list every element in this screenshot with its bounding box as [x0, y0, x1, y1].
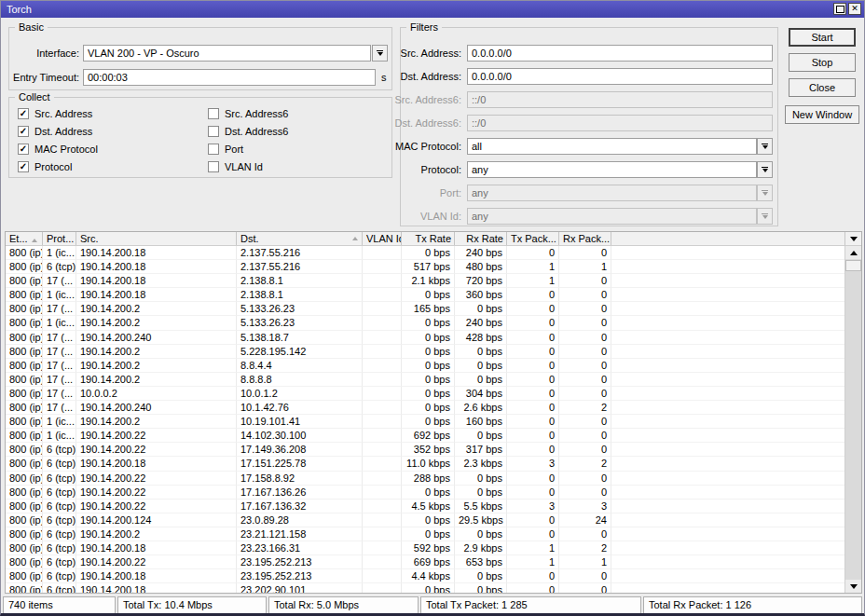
cell-rx-packets: 1: [559, 260, 611, 274]
interface-input[interactable]: [83, 45, 371, 62]
scroll-down-button[interactable]: [845, 580, 861, 593]
table-row[interactable]: 800 (ip)6 (tcp)190.14.200.1817.151.225.7…: [6, 457, 844, 471]
column-select-button[interactable]: [844, 232, 861, 246]
maximize-button[interactable]: [833, 3, 846, 15]
table-row[interactable]: 800 (ip)17 (...190.14.200.25.133.26.2316…: [6, 302, 844, 316]
table-row[interactable]: 800 (ip)6 (tcp)190.14.200.182.137.55.216…: [6, 260, 844, 274]
filter-dropdown-mac-protocol[interactable]: [757, 138, 773, 155]
table-row[interactable]: 800 (ip)17 (...190.14.200.28.8.8.80 bps0…: [6, 373, 844, 387]
column-header-tx-rate[interactable]: Tx Rate: [402, 232, 455, 245]
cell-filler: [611, 260, 844, 274]
checkbox-src-address[interactable]: ✓: [18, 108, 29, 119]
checkbox-dst-address6[interactable]: [208, 126, 219, 137]
table-row[interactable]: 800 (ip)1 (ic...190.14.200.182.138.8.10 …: [6, 288, 844, 302]
checkbox-vlan-id[interactable]: [208, 161, 219, 172]
filter-label-dst-address6: Dst. Address6:: [381, 117, 461, 129]
cell-rx-rate: 360 bps: [455, 288, 507, 302]
cell-ethertype: 800 (ip): [6, 359, 43, 373]
column-header-et[interactable]: Et...: [6, 232, 43, 245]
filter-dropdown-protocol[interactable]: [757, 161, 773, 178]
cell-vlan-id: [363, 486, 402, 500]
chevron-down-icon: [762, 192, 768, 196]
table-row[interactable]: 800 (ip)1 (ic...190.14.200.210.19.101.41…: [6, 415, 844, 429]
cell-src: 10.0.0.2: [76, 387, 237, 401]
filter-label-vlan-id: VLAN Id:: [381, 211, 461, 222]
table-row[interactable]: 800 (ip)6 (tcp)190.14.200.12423.0.89.280…: [6, 513, 844, 527]
cell-protocol: 6 (tcp): [43, 513, 76, 527]
cell-rx-rate: 240 bps: [455, 316, 507, 330]
table-row[interactable]: 800 (ip)6 (tcp)190.14.200.223.21.121.158…: [6, 527, 844, 541]
scroll-up-button[interactable]: [845, 246, 861, 259]
cell-rx-rate: 0 bps: [455, 583, 507, 593]
cell-rx-packets: 2: [559, 401, 611, 415]
checkbox-protocol[interactable]: ✓: [18, 161, 29, 172]
cell-src: 190.14.200.22: [76, 555, 237, 569]
table-row[interactable]: 800 (ip)6 (tcp)190.14.200.2217.149.36.20…: [6, 443, 844, 457]
close-button[interactable]: Close: [789, 78, 856, 97]
cell-src: 190.14.200.240: [76, 401, 237, 415]
table-row[interactable]: 800 (ip)17 (...190.14.200.182.138.8.12.1…: [6, 274, 844, 288]
table-row[interactable]: 800 (ip)6 (tcp)190.14.200.1823.202.90.10…: [6, 583, 844, 593]
cell-filler: [611, 415, 844, 429]
table-row[interactable]: 800 (ip)17 (...190.14.200.28.8.4.40 bps0…: [6, 359, 844, 373]
new-window-button[interactable]: New Window: [785, 105, 859, 124]
column-header-src[interactable]: Src.: [76, 232, 237, 245]
table-row[interactable]: 800 (ip)1 (ic...190.14.200.25.133.26.230…: [6, 316, 844, 330]
filter-label-src-address: Src. Address:: [381, 48, 461, 59]
scrollbar-thumb[interactable]: [845, 260, 861, 271]
cell-protocol: 1 (ic...: [43, 246, 76, 260]
cell-tx-packets: 0: [507, 472, 559, 486]
cell-rx-packets: 1: [559, 555, 611, 569]
close-window-button[interactable]: ✕: [848, 3, 861, 15]
cell-rx-rate: 160 bps: [455, 415, 507, 429]
cell-filler: [611, 345, 844, 359]
column-header-rx-rate[interactable]: Rx Rate: [455, 232, 507, 245]
cell-filler: [611, 457, 844, 471]
cell-vlan-id: [363, 302, 402, 316]
table-row[interactable]: 800 (ip)6 (tcp)190.14.200.2223.195.252.2…: [6, 555, 844, 569]
checkbox-mac-protocol[interactable]: ✓: [18, 144, 29, 155]
checkbox-port[interactable]: [208, 144, 219, 155]
table-row[interactable]: 800 (ip)1 (ic...190.14.200.2214.102.30.1…: [6, 429, 844, 443]
table-row[interactable]: 800 (ip)6 (tcp)190.14.200.2217.158.8.922…: [6, 472, 844, 486]
stop-button[interactable]: Stop: [789, 53, 856, 72]
table-row[interactable]: 800 (ip)6 (tcp)190.14.200.1823.195.252.2…: [6, 569, 844, 583]
column-header-rx-pack[interactable]: Rx Pack...: [559, 232, 611, 245]
table-row[interactable]: 800 (ip)17 (...10.0.0.210.0.1.20 bps304 …: [6, 387, 844, 401]
cell-rx-rate: 317 bps: [455, 443, 507, 457]
cell-filler: [611, 429, 844, 443]
cell-dst: 17.149.36.208: [237, 443, 363, 457]
statusbar: 740 itemsTotal Tx: 10.4 MbpsTotal Rx: 5.…: [3, 596, 862, 614]
vertical-scrollbar[interactable]: [844, 246, 861, 593]
cell-rx-rate: 428 bps: [455, 331, 507, 345]
filter-input-dst-address[interactable]: [467, 68, 773, 85]
column-header-prot[interactable]: Prot...: [43, 232, 76, 245]
collect-groupbox: Collect ✓Src. Address✓Dst. Address✓MAC P…: [8, 97, 392, 178]
cell-rx-rate: 0 bps: [455, 373, 507, 387]
cell-tx-rate: 0 bps: [402, 387, 455, 401]
titlebar[interactable]: Torch ✕: [1, 1, 864, 18]
filter-input-mac-protocol[interactable]: [467, 138, 757, 155]
entry-timeout-input[interactable]: [83, 69, 376, 86]
column-header-vlan-id[interactable]: VLAN Id: [363, 232, 402, 245]
table-row[interactable]: 800 (ip)6 (tcp)190.14.200.1823.23.166.31…: [6, 541, 844, 555]
table-row[interactable]: 800 (ip)17 (...190.14.200.24010.1.42.760…: [6, 401, 844, 415]
table-row[interactable]: 800 (ip)6 (tcp)190.14.200.2217.167.136.2…: [6, 486, 844, 500]
cell-tx-rate: 0 bps: [402, 401, 455, 415]
column-header-dst[interactable]: Dst.: [237, 232, 363, 245]
table-row[interactable]: 800 (ip)6 (tcp)190.14.200.2217.167.136.3…: [6, 500, 844, 513]
checkbox-src-address6[interactable]: [208, 108, 219, 119]
cell-src: 190.14.200.18: [76, 288, 237, 302]
start-button[interactable]: Start: [789, 28, 856, 47]
filter-input-protocol[interactable]: [467, 161, 757, 178]
column-header-tx-pack[interactable]: Tx Pack...: [507, 232, 559, 245]
table-row[interactable]: 800 (ip)1 (ic...190.14.200.182.137.55.21…: [6, 246, 844, 260]
table-row[interactable]: 800 (ip)17 (...190.14.200.25.228.195.142…: [6, 345, 844, 359]
cell-rx-packets: 3: [559, 500, 611, 513]
cell-tx-packets: 0: [507, 429, 559, 443]
filter-input-src-address[interactable]: [467, 45, 773, 62]
filter-input-port: [467, 185, 757, 201]
table-row[interactable]: 800 (ip)17 (...190.14.200.2405.138.18.70…: [6, 331, 844, 345]
cell-protocol: 6 (tcp): [43, 443, 76, 457]
checkbox-dst-address[interactable]: ✓: [18, 126, 29, 137]
